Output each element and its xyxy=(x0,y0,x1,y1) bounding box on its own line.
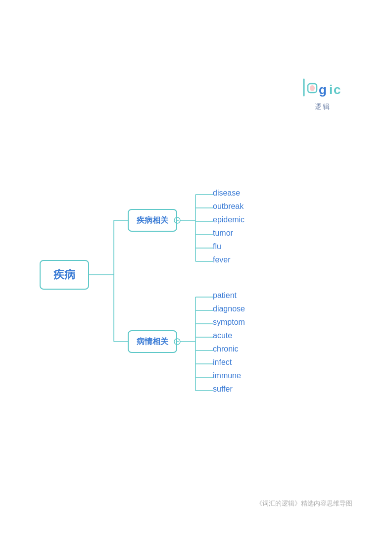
leaf-disease: disease xyxy=(213,189,240,198)
leaf-diagnose: diagnose xyxy=(213,304,245,313)
leaf-acute: acute xyxy=(213,331,232,340)
leaf-infect: infect xyxy=(213,358,232,367)
leaf-symptom: symptom xyxy=(213,318,245,327)
svg-point-2 xyxy=(310,85,315,91)
leaf-outbreak: outbreak xyxy=(213,202,244,211)
leaf-tumor: tumor xyxy=(213,229,233,238)
leaf-immune: immune xyxy=(213,371,241,380)
leaf-epidemic: epidemic xyxy=(213,215,245,224)
leaf-flu: flu xyxy=(213,242,221,251)
branch1-node: 疾病相关 xyxy=(128,209,177,232)
svg-text:c: c xyxy=(334,82,341,97)
logo: g i c 逻辑 xyxy=(303,77,343,111)
svg-text:i: i xyxy=(329,82,333,97)
leaf-fever: fever xyxy=(213,255,231,264)
caption: 《词汇的逻辑》精选内容思维导图 xyxy=(256,499,352,508)
root-node: 疾病 xyxy=(40,260,89,290)
svg-text:g: g xyxy=(319,82,327,97)
leaf-chronic: chronic xyxy=(213,345,239,353)
logo-text-cn: 逻辑 xyxy=(315,102,331,111)
leaf-patient: patient xyxy=(213,291,237,300)
leaf-suffer: suffer xyxy=(213,385,233,394)
branch2-node: 病情相关 xyxy=(128,330,177,353)
logo-graphic: g i c xyxy=(303,77,343,101)
